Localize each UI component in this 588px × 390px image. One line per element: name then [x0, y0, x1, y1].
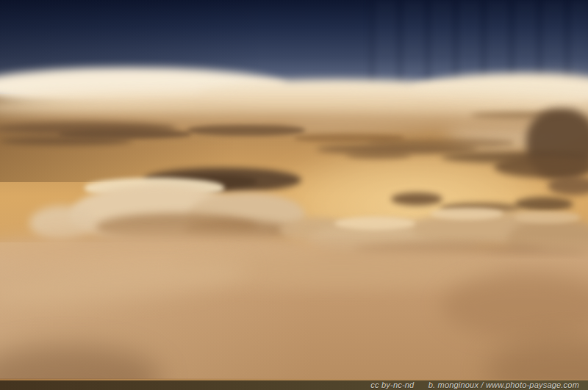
- small-cloud-row-1: [59, 129, 191, 139]
- credit-text: b. monginoux / www.photo-paysage.com: [429, 380, 579, 389]
- dark-blob-center: [345, 151, 412, 159]
- cloud-field-highlight-3: [514, 212, 581, 223]
- small-cloud-row-2: [187, 125, 305, 136]
- watermark-text: cc by-nc-nd b. monginoux / www.photo-pay…: [0, 380, 579, 390]
- dark-blob-near-glow-3: [514, 197, 573, 212]
- cloud-field-highlight-2: [430, 208, 503, 220]
- watermark-bar: cc by-nc-nd b. monginoux / www.photo-pay…: [0, 379, 588, 390]
- dark-blob-near-glow-1: [391, 192, 442, 206]
- dark-cloud-right-band: [494, 156, 588, 178]
- aerial-sunset-cloudscape-photo: cc by-nc-nd b. monginoux / www.photo-pay…: [0, 0, 588, 390]
- cloud-field-highlight-1: [334, 217, 415, 230]
- license-text: cc by-nc-nd: [370, 380, 414, 389]
